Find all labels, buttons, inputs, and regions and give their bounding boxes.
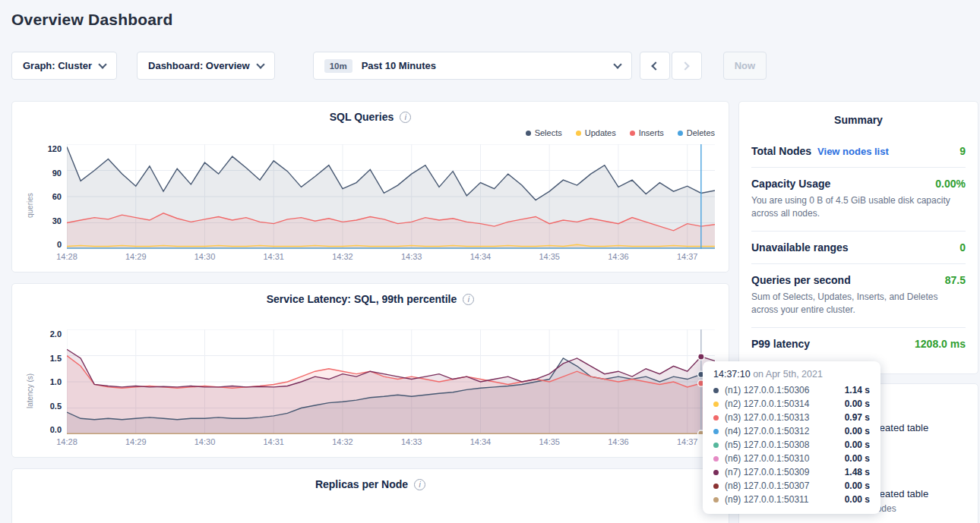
summary-description: You are using 0 B of 4.5 GiB usable disk… xyxy=(751,194,966,221)
legend-label: Updates xyxy=(585,128,616,137)
graph-dropdown-label: Graph: Cluster xyxy=(23,60,92,71)
tooltip-node-name: (n9) 127.0.0.1:50311 xyxy=(725,494,809,505)
y-tick-label: 60 xyxy=(52,192,62,201)
plot-area[interactable]: 14:2814:2914:3014:3114:3214:3314:3414:35… xyxy=(67,144,715,267)
summary-value: 87.5 xyxy=(945,274,966,286)
event-subtext: nodes xyxy=(871,503,966,514)
legend-item-selects[interactable]: Selects xyxy=(526,128,562,137)
x-tick-label: 14:35 xyxy=(539,437,560,446)
tooltip-date: on Apr 5th, 2021 xyxy=(751,369,823,380)
summary-value: 1208.0 ms xyxy=(915,338,966,350)
y-tick-label: 0.5 xyxy=(50,402,62,411)
series-dot-icon xyxy=(713,402,719,407)
summary-row: P99 latency1208.0 ms xyxy=(751,327,966,360)
x-tick-label: 14:29 xyxy=(125,252,147,261)
chevron-down-icon xyxy=(98,60,106,68)
chevron-down-icon xyxy=(256,60,264,68)
x-tick-label: 14:30 xyxy=(194,252,216,261)
toolbar: Graph: Cluster Dashboard: Overview 10m P… xyxy=(11,52,767,80)
summary-row: Capacity Usage0.00%You are using 0 B of … xyxy=(751,167,966,231)
summary-row: Total NodesView nodes list9 xyxy=(751,135,966,167)
time-range-label: Past 10 Minutes xyxy=(362,60,436,71)
legend-dot-icon xyxy=(526,131,531,136)
x-tick-label: 14:29 xyxy=(125,437,147,446)
tooltip-node-name: (n2) 127.0.0.1:50314 xyxy=(725,399,809,409)
chart-title-text: Replicas per Node xyxy=(315,478,408,490)
x-axis-ticks: 14:2814:2914:3014:3114:3214:3314:3414:35… xyxy=(67,252,715,267)
tooltip-node-row: (n5) 127.0.0.1:503080.00 s xyxy=(713,438,870,452)
plot-area[interactable]: 14:2814:2914:3014:3114:3214:3314:3414:35… xyxy=(67,329,715,452)
service-latency-chart-card: Service Latency: SQL, 99th percentile i … xyxy=(11,283,729,458)
tooltip-node-row: (n2) 127.0.0.1:503140.00 s xyxy=(713,397,870,411)
x-tick-label: 14:28 xyxy=(56,437,77,446)
service-latency-chart-title: Service Latency: SQL, 99th percentile i xyxy=(26,293,715,305)
time-next-button[interactable] xyxy=(672,52,702,80)
tooltip-node-name: (n7) 127.0.0.1:50309 xyxy=(725,467,809,477)
tooltip-node-value: 0.00 s xyxy=(845,480,870,491)
chart-title-text: Service Latency: SQL, 99th percentile xyxy=(267,293,457,305)
legend-dot-icon xyxy=(678,131,683,136)
event-message: created table xyxy=(871,422,966,433)
tooltip-node-name: (n8) 127.0.0.1:50307 xyxy=(725,480,809,491)
legend-item-inserts[interactable]: Inserts xyxy=(630,128,664,137)
tooltip-node-row: (n4) 127.0.0.1:503120.00 s xyxy=(713,424,870,438)
sql-queries-legend: SelectsUpdatesInsertsDeletes xyxy=(26,126,715,140)
legend-item-deletes[interactable]: Deletes xyxy=(678,128,715,137)
legend-label: Selects xyxy=(535,128,562,137)
y-tick-label: 1.0 xyxy=(50,377,62,386)
x-tick-label: 14:31 xyxy=(263,437,284,446)
summary-description: Sum of Selects, Updates, Inserts, and De… xyxy=(751,291,966,317)
summary-label: Total Nodes xyxy=(751,145,811,157)
series-dot-icon xyxy=(713,388,719,393)
tooltip-node-row: (n7) 127.0.0.1:503091.48 s xyxy=(713,465,870,479)
graph-dropdown[interactable]: Graph: Cluster xyxy=(11,52,117,80)
tooltip-node-value: 1.48 s xyxy=(845,467,870,477)
y-axis-title: queries xyxy=(26,144,36,267)
tooltip-node-name: (n4) 127.0.0.1:50312 xyxy=(725,426,809,436)
time-range-dropdown[interactable]: 10m Past 10 Minutes xyxy=(313,52,632,80)
series-dot-icon xyxy=(713,497,719,503)
series-dot-icon xyxy=(713,456,719,462)
chevron-down-icon xyxy=(613,60,621,68)
series-dot-icon xyxy=(713,470,719,475)
legend-item-updates[interactable]: Updates xyxy=(576,128,616,137)
summary-title: Summary xyxy=(751,114,966,126)
x-tick-label: 14:36 xyxy=(608,252,629,261)
tooltip-node-name: (n5) 127.0.0.1:50308 xyxy=(725,440,809,450)
y-axis-ticks: 2.01.51.00.50.0 xyxy=(36,329,67,434)
x-tick-label: 14:34 xyxy=(470,252,492,261)
summary-row: Unavailable ranges0 xyxy=(751,231,966,263)
summary-value: 0.00% xyxy=(935,178,966,190)
x-tick-label: 14:37 xyxy=(677,437,698,446)
replicas-per-node-chart-title: Replicas per Node i xyxy=(26,478,715,490)
now-button[interactable]: Now xyxy=(723,52,767,80)
time-prev-button[interactable] xyxy=(640,52,670,80)
info-icon[interactable]: i xyxy=(463,294,474,305)
chart-hover-tooltip: 14:37:10 on Apr 5th, 2021 (n1) 127.0.0.1… xyxy=(703,361,880,514)
x-tick-label: 14:32 xyxy=(332,252,353,261)
y-tick-label: 1.5 xyxy=(50,354,62,363)
sql-queries-plot[interactable]: queries120906030014:2814:2914:3014:3114:… xyxy=(26,144,715,267)
tooltip-node-value: 1.14 s xyxy=(845,385,870,395)
chevron-left-icon xyxy=(652,61,660,70)
info-icon[interactable]: i xyxy=(414,479,425,490)
x-tick-label: 14:36 xyxy=(608,437,629,446)
y-tick-label: 120 xyxy=(48,144,62,153)
x-tick-label: 14:28 xyxy=(56,252,77,261)
tooltip-node-value: 0.00 s xyxy=(845,453,870,464)
tooltip-node-value: 0.00 s xyxy=(845,440,870,450)
series-dot-icon xyxy=(713,443,719,448)
page-title: Overview Dashboard xyxy=(11,11,173,29)
tooltip-node-row: (n6) 127.0.0.1:503100.00 s xyxy=(713,452,870,465)
chart-title-text: SQL Queries xyxy=(330,111,394,123)
tooltip-node-row: (n1) 127.0.0.1:503061.14 s xyxy=(713,383,870,397)
service-latency-plot[interactable]: latency (s)2.01.51.00.50.014:2814:2914:3… xyxy=(26,329,715,452)
x-tick-label: 14:32 xyxy=(332,437,353,446)
tooltip-node-value: 0.97 s xyxy=(845,412,870,423)
info-icon[interactable]: i xyxy=(400,112,411,123)
dashboard-dropdown[interactable]: Dashboard: Overview xyxy=(137,52,275,80)
legend-label: Inserts xyxy=(639,128,664,137)
view-nodes-list-link[interactable]: View nodes list xyxy=(817,146,889,157)
tooltip-node-name: (n3) 127.0.0.1:50313 xyxy=(725,412,809,423)
tooltip-node-row: (n3) 127.0.0.1:503130.97 s xyxy=(713,411,870,424)
